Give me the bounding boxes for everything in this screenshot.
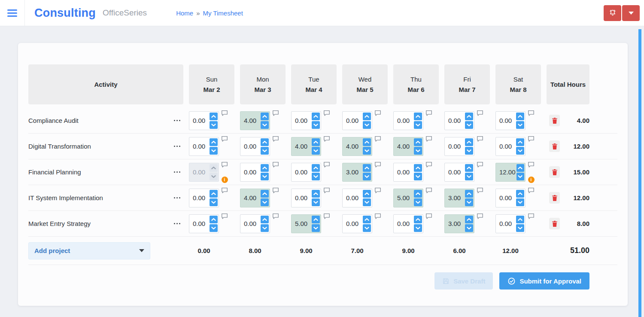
increment-button[interactable] [261, 164, 269, 172]
hours-input[interactable]: 0.00 [444, 111, 474, 130]
comment-icon[interactable] [528, 110, 535, 116]
decrement-button[interactable] [312, 121, 320, 129]
comment-icon[interactable] [374, 110, 381, 116]
decrement-button[interactable] [516, 147, 524, 155]
comment-icon[interactable] [221, 162, 228, 168]
decrement-button[interactable] [516, 173, 524, 180]
hours-value[interactable]: 3.00 [445, 215, 464, 233]
comment-icon[interactable] [272, 213, 279, 219]
comment-icon[interactable] [425, 213, 432, 219]
comment-icon[interactable] [323, 136, 330, 142]
hours-value[interactable]: 0.00 [189, 215, 209, 233]
increment-button[interactable] [210, 216, 218, 223]
comment-icon[interactable] [477, 213, 483, 219]
hours-value[interactable]: 0.00 [189, 137, 209, 155]
page-scrollbar[interactable] [638, 29, 641, 317]
increment-button[interactable] [312, 113, 320, 120]
increment-button[interactable] [414, 190, 422, 198]
increment-button[interactable] [516, 164, 524, 172]
decrement-button[interactable] [210, 224, 218, 232]
hours-input[interactable]: 0.00 [495, 111, 526, 130]
hours-value[interactable]: 0.00 [343, 189, 362, 207]
delete-row-button[interactable] [549, 218, 560, 229]
hours-input[interactable]: 0.00 [444, 137, 474, 156]
hours-input[interactable]: 0.00 [495, 214, 526, 233]
comment-icon[interactable] [221, 213, 228, 219]
decrement-button[interactable] [312, 173, 320, 180]
decrement-button[interactable] [414, 147, 422, 155]
decrement-button[interactable] [363, 198, 371, 206]
hours-input[interactable]: 0.00 [189, 163, 219, 182]
hours-value[interactable]: 3.00 [343, 163, 362, 181]
hours-value[interactable]: 0.00 [445, 137, 464, 155]
decrement-button[interactable] [210, 173, 218, 180]
comment-icon[interactable] [528, 213, 535, 219]
hours-input[interactable]: 0.00 [342, 214, 372, 233]
increment-button[interactable] [312, 138, 320, 146]
decrement-button[interactable] [414, 198, 422, 206]
increment-button[interactable] [312, 190, 320, 198]
increment-button[interactable] [516, 190, 524, 198]
decrement-button[interactable] [363, 224, 371, 232]
decrement-button[interactable] [261, 198, 269, 206]
increment-button[interactable] [465, 190, 473, 198]
increment-button[interactable] [363, 138, 371, 146]
hours-value[interactable]: 0.00 [496, 189, 515, 207]
hours-input[interactable]: 0.00 [240, 137, 270, 156]
row-menu-button[interactable] [172, 195, 182, 201]
delete-row-button[interactable] [549, 115, 560, 126]
hours-value[interactable]: 0.00 [394, 112, 413, 130]
hours-value[interactable]: 4.00 [240, 189, 260, 207]
decrement-button[interactable] [516, 198, 524, 206]
hours-value[interactable]: 5.00 [394, 189, 413, 207]
decrement-button[interactable] [363, 173, 371, 180]
decrement-button[interactable] [312, 198, 320, 206]
increment-button[interactable] [414, 164, 422, 172]
hours-input[interactable]: 5.00 [291, 214, 321, 233]
menu-button[interactable] [0, 0, 25, 26]
increment-button[interactable] [210, 138, 218, 146]
hours-value[interactable]: 0.00 [496, 137, 515, 155]
hours-input[interactable]: 0.00 [189, 137, 219, 156]
hours-input[interactable]: 4.00 [291, 137, 321, 156]
hours-value[interactable]: 0.00 [394, 163, 413, 181]
comment-icon[interactable] [272, 136, 279, 142]
increment-button[interactable] [312, 216, 320, 223]
comment-icon[interactable] [221, 110, 228, 116]
hours-value[interactable]: 0.00 [445, 163, 464, 181]
hours-input[interactable]: 0.00 [291, 163, 321, 182]
hours-value[interactable]: 4.00 [240, 112, 260, 130]
comment-icon[interactable] [374, 187, 381, 193]
hours-input[interactable]: 0.00 [393, 163, 423, 182]
hours-input[interactable]: 4.00 [240, 189, 270, 207]
hours-value[interactable]: 0.00 [189, 163, 209, 181]
increment-button[interactable] [261, 113, 269, 120]
comment-icon[interactable] [374, 213, 381, 219]
hours-value[interactable]: 0.00 [240, 163, 260, 181]
hours-input[interactable]: 0.00 [189, 189, 219, 207]
decrement-button[interactable] [261, 147, 269, 155]
add-project-select[interactable]: Add project [28, 242, 150, 259]
increment-button[interactable] [363, 164, 371, 172]
comment-icon[interactable] [477, 136, 483, 142]
decrement-button[interactable] [465, 224, 473, 232]
hours-input[interactable]: 0.00 [342, 111, 372, 130]
hours-value[interactable]: 4.00 [292, 137, 311, 155]
decrement-button[interactable] [414, 173, 422, 180]
comment-icon[interactable] [528, 162, 535, 168]
comment-icon[interactable] [477, 162, 483, 168]
increment-button[interactable] [261, 138, 269, 146]
hours-input[interactable]: 0.00 [189, 111, 219, 130]
hours-input[interactable]: 4.00 [342, 137, 372, 156]
hours-value[interactable]: 0.00 [292, 112, 311, 130]
user-menu-button[interactable] [622, 5, 640, 21]
hours-input[interactable]: 0.00 [291, 111, 321, 130]
decrement-button[interactable] [465, 121, 473, 129]
hours-value[interactable]: 4.00 [394, 137, 413, 155]
increment-button[interactable] [312, 164, 320, 172]
decrement-button[interactable] [363, 147, 371, 155]
increment-button[interactable] [516, 138, 524, 146]
hours-value[interactable]: 0.00 [240, 137, 260, 155]
decrement-button[interactable] [465, 147, 473, 155]
decrement-button[interactable] [210, 147, 218, 155]
